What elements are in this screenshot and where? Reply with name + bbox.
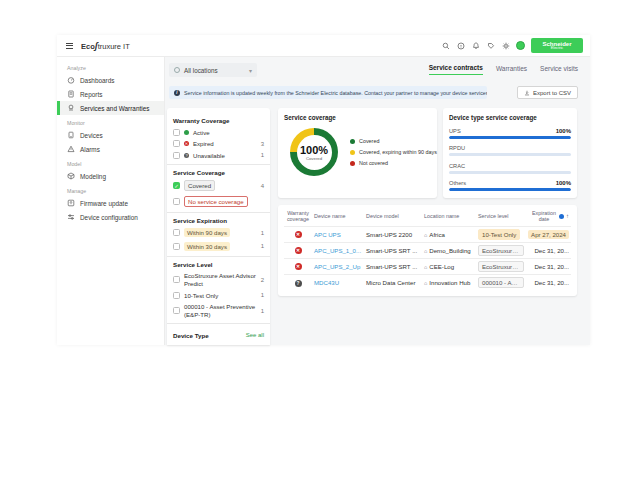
filter-icon[interactable] (559, 214, 564, 219)
dashboard-icon (67, 76, 75, 84)
search-icon[interactable] (441, 41, 450, 50)
export-csv-button[interactable]: Export to CSV (517, 86, 578, 99)
expired-status-icon: ✕ (184, 141, 189, 146)
sidebar-item-firmware-update[interactable]: Firmware update (57, 196, 164, 210)
filter-covered[interactable]: ✓ Covered 4 (173, 180, 264, 191)
expiration-highlight: Apr 27, 2024 (528, 230, 569, 239)
location-icon: ⌂ (424, 248, 427, 254)
tab-service-visits[interactable]: Service visits (540, 65, 578, 75)
bar-rpdu: RPDU (449, 145, 571, 156)
tab-service-contracts[interactable]: Service contracts (429, 64, 483, 75)
checkbox[interactable] (173, 140, 180, 147)
bar-ups: UPS 100% (449, 128, 571, 139)
col-service-level[interactable]: Service level (476, 207, 526, 226)
col-warranty-coverage[interactable]: Warranty coverage (284, 207, 312, 226)
filter-panel: Warranty Coverage Active ✕ Expired 3 ? U (167, 108, 270, 345)
filter-level-10-test-only[interactable]: 10-Test Only 1 (173, 292, 264, 299)
filter-warranty-expired[interactable]: ✕ Expired 3 (173, 140, 264, 147)
filter-service-level-title: Service Level (173, 261, 264, 268)
checkbox[interactable] (173, 229, 180, 236)
sidebar-item-reports[interactable]: Reports (57, 87, 164, 101)
checkbox[interactable] (173, 129, 180, 136)
menu-icon[interactable] (64, 41, 75, 51)
sidebar-item-services-and-warranties[interactable]: Services and Warranties (57, 101, 164, 115)
filter-warranty-active[interactable]: Active (173, 129, 264, 136)
unavailable-status-icon: ? (184, 153, 189, 158)
devices-table-card: Warranty coverage Device name Device mod… (278, 205, 577, 296)
see-all-link[interactable]: See all (246, 332, 264, 338)
sidebar-section-model: Model (57, 156, 164, 169)
col-device-model[interactable]: Device model (364, 207, 422, 226)
sidebar: Analyze Dashboards Reports Services and … (57, 57, 165, 345)
filter-level-asset-advisor[interactable]: EcoStruxure Asset Advisor Predict 2 (173, 272, 264, 287)
checkbox[interactable] (173, 276, 180, 283)
table-header-row: Warranty coverage Device name Device mod… (284, 207, 571, 226)
legend-dot-red (350, 161, 355, 166)
tab-warranties[interactable]: Warranties (496, 65, 527, 75)
table-row[interactable]: ? MDC43U Micro Data Center ⌂Innovation H… (284, 274, 571, 290)
table-row[interactable]: ✕ APC_UPS_2_Up Smart-UPS SRT ... ⌂CEE-Lo… (284, 258, 571, 274)
firmware-update-icon (67, 199, 75, 207)
filter-service-expiration-title: Service Expiration (173, 217, 264, 224)
checkbox[interactable] (173, 198, 180, 205)
feedback-icon[interactable] (486, 41, 495, 50)
service-level-pill: EcoStruxure Ass... (478, 245, 524, 256)
checkbox-checked[interactable]: ✓ (173, 182, 180, 189)
checkbox[interactable] (173, 243, 180, 250)
legend-covered: Covered (350, 138, 437, 144)
location-filter-dropdown[interactable]: All locations ▾ (169, 63, 257, 77)
col-location-name[interactable]: Location name (422, 207, 476, 226)
device-type-coverage-title: Device type service coverage (449, 114, 571, 121)
report-icon (67, 90, 75, 98)
filter-no-service-coverage[interactable]: No service coverage (173, 196, 264, 207)
filter-within-90-days[interactable]: Within 90 days 1 (173, 228, 264, 237)
checkbox[interactable] (173, 307, 180, 314)
col-device-name[interactable]: Device name (312, 207, 364, 226)
filter-warranty-unavailable[interactable]: ? Unavailable 1 (173, 152, 264, 159)
tab-bar: Service contracts Warranties Service vis… (429, 64, 578, 75)
legend-dot-yellow (350, 150, 355, 155)
main-content: All locations ▾ Service contracts Warran… (165, 57, 590, 345)
col-expiration-date[interactable]: Expiration date ↑ (526, 207, 571, 226)
service-coverage-title: Service coverage (284, 114, 431, 121)
modeling-icon (67, 172, 75, 180)
topbar: Ecoʃtruxure IT Schneider Electric (57, 35, 590, 57)
notifications-icon[interactable] (471, 41, 480, 50)
warranty-icon (67, 104, 75, 112)
sidebar-item-device-configuration[interactable]: Device configuration (57, 210, 164, 224)
filter-level-asset-preventive[interactable]: 000010 - Asset Preventive (E&P-TR) 1 (173, 303, 264, 318)
info-banner: i Service information is updated weekly … (169, 86, 487, 99)
user-avatar[interactable] (516, 41, 525, 50)
filter-within-30-days[interactable]: Within 30 days 1 (173, 242, 264, 251)
logo-rest: truxure IT (98, 42, 130, 51)
legend-dot-green (350, 139, 355, 144)
device-link[interactable]: APC_UPS_1_0... (314, 247, 361, 254)
sidebar-item-alarms[interactable]: Alarms (57, 142, 164, 156)
chevron-down-icon: ▾ (249, 67, 252, 74)
device-link[interactable]: MDC43U (314, 279, 339, 286)
settings-icon[interactable] (501, 41, 510, 50)
sidebar-item-dashboards[interactable]: Dashboards (57, 73, 164, 87)
sort-asc-icon[interactable]: ↑ (566, 213, 569, 220)
coverage-legend: Covered Covered, expiring within 90 days… (350, 138, 437, 166)
device-icon (67, 131, 75, 139)
filter-warranty-coverage-title: Warranty Coverage (173, 117, 264, 124)
sidebar-item-devices[interactable]: Devices (57, 128, 164, 142)
schneider-electric-logo[interactable]: Schneider Electric (531, 38, 583, 53)
checkbox[interactable] (173, 292, 180, 299)
service-level-pill: 000010 - Asset ... (478, 277, 524, 288)
sidebar-item-modeling[interactable]: Modeling (57, 169, 164, 183)
location-icon: ⌂ (424, 264, 427, 270)
checkbox[interactable] (173, 152, 180, 159)
table-row[interactable]: ✕ APC UPS Smart-UPS 2200 ⌂Africa 10-Test… (284, 226, 571, 242)
legend-not-covered: Not covered (350, 160, 437, 166)
warranty-expired-icon: ✕ (295, 263, 302, 270)
help-icon[interactable] (456, 41, 465, 50)
active-status-icon (184, 130, 189, 135)
device-link[interactable]: APC UPS (314, 231, 341, 238)
device-link[interactable]: APC_UPS_2_Up (314, 263, 360, 270)
warranty-expired-icon: ✕ (295, 231, 302, 238)
bar-crac: CRAC (449, 163, 571, 174)
table-row[interactable]: ✕ APC_UPS_1_0... Smart-UPS SRT ... ⌂Demo… (284, 242, 571, 258)
location-icon: ⌂ (424, 232, 427, 238)
